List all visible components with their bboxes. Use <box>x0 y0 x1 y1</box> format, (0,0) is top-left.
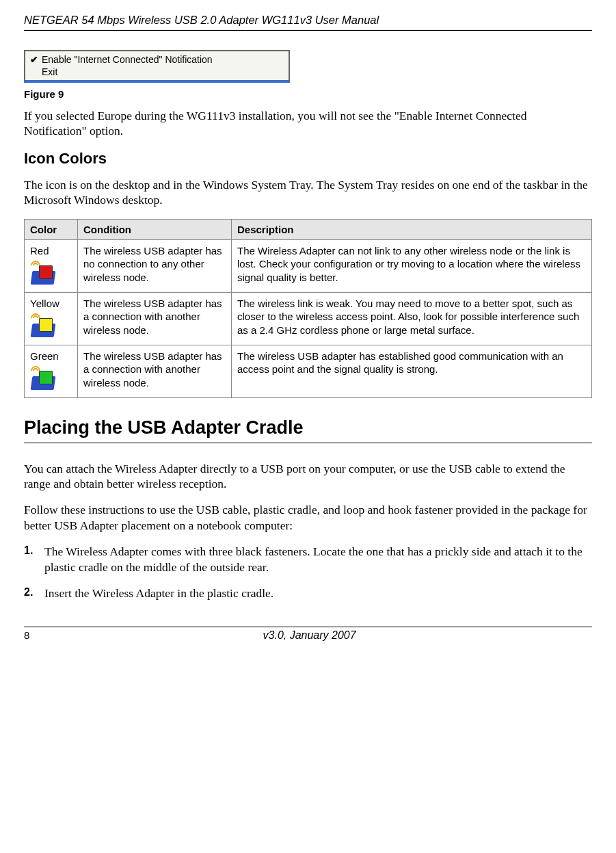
table-row: Red The wireless USB adapter has no conn… <box>25 239 592 292</box>
page-number-spacer <box>589 629 592 642</box>
footer-version: v3.0, January 2007 <box>29 629 589 642</box>
description-cell: The Wireless Adapter can not link to any… <box>232 239 592 292</box>
icon-colors-table: Color Condition Description Red The wire… <box>24 219 592 398</box>
section-heading-cradle: Placing the USB Adapter Cradle <box>24 417 592 438</box>
footer-divider <box>24 627 592 627</box>
condition-cell: The wireless USB adapter has no connecti… <box>78 239 232 292</box>
table-row: Green The wireless USB adapter has a con… <box>25 345 592 397</box>
checkmark-icon: ✔ <box>30 54 42 65</box>
table-header-condition: Condition <box>78 219 232 239</box>
color-label: Green <box>30 350 59 362</box>
adapter-icon-green <box>30 365 72 393</box>
section-divider <box>24 443 592 443</box>
color-label: Red <box>30 245 49 257</box>
page-number: 8 <box>24 629 29 642</box>
condition-cell: The wireless USB adapter has a connectio… <box>78 292 232 345</box>
context-menu-screenshot: ✔ Enable "Internet Connected" Notificati… <box>24 50 290 83</box>
condition-cell: The wireless USB adapter has a connectio… <box>78 345 232 397</box>
color-cell-red: Red <box>25 239 78 292</box>
steps-list: The Wireless Adapter comes with three bl… <box>24 544 592 601</box>
step-item: The Wireless Adapter comes with three bl… <box>24 544 592 575</box>
step-item: Insert the Wireless Adapter in the plast… <box>24 586 592 601</box>
menu-item-enable-notification: ✔ Enable "Internet Connected" Notificati… <box>27 53 286 66</box>
description-cell: The wireless link is weak. You may need … <box>232 292 592 345</box>
body-paragraph: If you selected Europe during the WG111v… <box>24 108 592 139</box>
body-paragraph: The icon is on the desktop and in the Wi… <box>24 177 592 208</box>
table-row: Yellow The wireless USB adapter has a co… <box>25 292 592 345</box>
figure-caption: Figure 9 <box>24 88 592 100</box>
color-cell-yellow: Yellow <box>25 292 78 345</box>
adapter-icon-red <box>30 260 72 288</box>
color-cell-green: Green <box>25 345 78 397</box>
color-label: Yellow <box>30 298 59 309</box>
document-header-title: NETGEAR 54 Mbps Wireless USB 2.0 Adapter… <box>24 14 592 27</box>
menu-item-label: Enable "Internet Connected" Notification <box>42 54 213 65</box>
table-header-row: Color Condition Description <box>25 219 592 239</box>
description-cell: The wireless USB adapter has established… <box>232 345 592 397</box>
menu-item-label: Exit <box>42 66 57 77</box>
body-paragraph: Follow these instructions to use the USB… <box>24 502 592 533</box>
page-footer: 8 v3.0, January 2007 <box>24 627 592 642</box>
menu-item-exit: Exit <box>27 66 286 78</box>
adapter-icon-yellow <box>30 313 72 341</box>
table-header-color: Color <box>25 219 78 239</box>
header-divider <box>24 30 592 31</box>
section-heading-icon-colors: Icon Colors <box>24 150 592 168</box>
body-paragraph: You can attach the Wireless Adapter dire… <box>24 461 592 492</box>
table-header-description: Description <box>232 219 592 239</box>
